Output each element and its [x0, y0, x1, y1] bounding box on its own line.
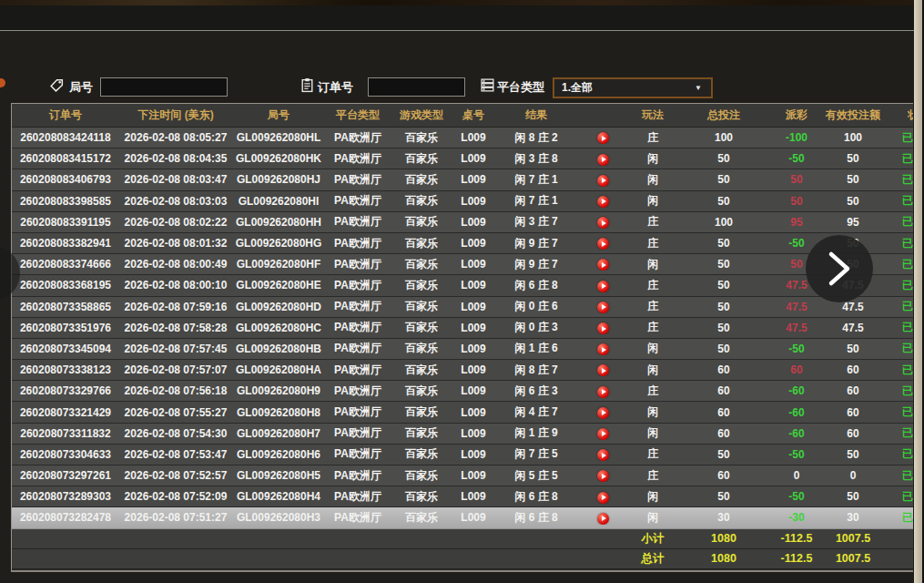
- payout-cell: -60: [769, 406, 824, 419]
- table-cell: L009: [452, 490, 494, 503]
- table-row[interactable]: 2602080733214292026-02-08 07:55:27GL0092…: [12, 402, 913, 423]
- game-cell: 百家乐: [391, 257, 452, 272]
- total-cell: 50: [678, 343, 769, 355]
- payout-cell: -30: [769, 511, 824, 524]
- table-row[interactable]: 2602080833681952026-02-08 08:00:10GL0092…: [12, 275, 913, 296]
- play-video-icon[interactable]: [597, 175, 609, 187]
- table-row[interactable]: 2602080833911952026-02-08 08:02:22GL0092…: [12, 212, 913, 233]
- table-row[interactable]: 2602080834067932026-02-08 08:03:47GL0092…: [12, 169, 913, 190]
- table-row[interactable]: 2602080834241182026-02-08 08:05:27GL0092…: [12, 128, 913, 148]
- table-row[interactable]: 2602080732972612026-02-08 07:52:57GL0092…: [12, 465, 913, 486]
- play-video-icon[interactable]: [597, 196, 609, 208]
- table-cell: L009: [452, 427, 494, 440]
- round-cell: GL009262080HD: [232, 301, 325, 313]
- status-cell: 已派彩: [882, 151, 913, 167]
- play-video-icon[interactable]: [597, 322, 609, 334]
- total-cell: 50: [678, 490, 769, 503]
- order-no-input[interactable]: [368, 77, 465, 97]
- result-cell: 闲 9 庄 7: [494, 236, 578, 251]
- total-cell: 50: [678, 258, 769, 271]
- table-cell: L009: [452, 237, 494, 250]
- subtotal-total: 1080: [678, 532, 769, 545]
- game-cell: 百家乐: [391, 151, 452, 167]
- platform-cell: PA欧洲厅: [325, 214, 391, 230]
- play-video-icon[interactable]: [597, 449, 609, 461]
- table-row[interactable]: 2602080733118322026-02-08 07:54:30GL0092…: [12, 424, 913, 445]
- game-cell: 百家乐: [391, 278, 452, 293]
- platform-type-select[interactable]: 1.全部 ▼: [553, 77, 713, 98]
- valid-cell: 50: [824, 490, 882, 503]
- table-row[interactable]: 2602080833746662026-02-08 08:00:49GL0092…: [12, 254, 913, 275]
- status-cell: 已派彩: [882, 172, 913, 188]
- play-video-icon[interactable]: [597, 259, 609, 271]
- payout-cell: 60: [769, 363, 824, 376]
- status-cell: 已派彩: [882, 489, 913, 505]
- table-row[interactable]: 2602080733381232026-02-08 07:57:07GL0092…: [12, 360, 913, 381]
- column-header-platform: 平台类型: [325, 107, 391, 123]
- column-header-round: 局号: [232, 107, 325, 123]
- game-cell: 百家乐: [391, 363, 452, 378]
- play-video-icon[interactable]: [597, 154, 609, 166]
- play-video-icon[interactable]: [597, 407, 609, 419]
- grand-total-play: 总计: [627, 551, 678, 567]
- order-no-label: 订单号: [318, 79, 353, 96]
- column-header-total: 总投注: [678, 107, 769, 123]
- total-cell: 50: [678, 279, 769, 292]
- game-cell: 百家乐: [391, 214, 452, 230]
- payout-cell: -60: [769, 427, 824, 440]
- round-cell: GL009262080HF: [232, 258, 325, 271]
- status-cell: 已派彩: [882, 130, 913, 146]
- table-row[interactable]: 2602080733519762026-02-08 07:58:28GL0092…: [12, 318, 913, 339]
- grand-total-valid: 1007.5: [824, 552, 882, 565]
- table-row[interactable]: 2602080733588652026-02-08 07:59:16GL0092…: [12, 297, 913, 318]
- table-row[interactable]: 2602080732824782026-02-08 07:51:27GL0092…: [12, 507, 913, 528]
- table-cell: L009: [452, 406, 494, 419]
- order-cell: 260208083415172: [12, 152, 119, 165]
- play-video-icon[interactable]: [597, 428, 609, 440]
- round-cell: GL009262080H5: [232, 469, 325, 482]
- replay-cell: [578, 237, 627, 251]
- round-cell: GL009262080H3: [232, 511, 325, 524]
- table-row[interactable]: 2602080733297662026-02-08 07:56:18GL0092…: [12, 381, 913, 402]
- table-row[interactable]: 2602080834151722026-02-08 08:04:35GL0092…: [12, 148, 913, 169]
- table-row[interactable]: 2602080732893032026-02-08 07:52:09GL0092…: [12, 486, 913, 507]
- result-cell: 闲 6 庄 8: [494, 278, 578, 293]
- game-cell: 百家乐: [391, 404, 452, 420]
- play-video-icon[interactable]: [597, 238, 609, 250]
- platform-cell: PA欧洲厅: [325, 489, 391, 505]
- order-cell: 260208073282478: [12, 511, 119, 524]
- right-edge-scrollbar[interactable]: [914, 0, 922, 583]
- scroll-right-button[interactable]: [806, 235, 873, 302]
- play-video-icon[interactable]: [597, 217, 609, 229]
- play-video-icon[interactable]: [597, 302, 609, 313]
- table-row[interactable]: 2602080733046332026-02-08 07:53:47GL0092…: [12, 445, 913, 465]
- play-video-icon[interactable]: [597, 386, 609, 398]
- table-row[interactable]: 2602080733450942026-02-08 07:57:45GL0092…: [12, 339, 913, 360]
- result-cell: 闲 3 庄 8: [494, 151, 578, 167]
- order-cell: 260208073345094: [12, 343, 119, 355]
- status-cell: 已派彩: [882, 299, 913, 314]
- round-no-input[interactable]: [100, 77, 228, 97]
- play-video-icon[interactable]: [597, 513, 609, 525]
- platform-cell: PA欧洲厅: [325, 257, 391, 272]
- subtotal-payout: -112.5: [769, 532, 824, 545]
- play-video-icon[interactable]: [597, 470, 609, 482]
- play-video-icon[interactable]: [597, 343, 609, 355]
- play-cell: 闲: [627, 404, 678, 420]
- game-cell: 百家乐: [391, 341, 452, 356]
- time-cell: 2026-02-08 08:03:47: [119, 173, 232, 186]
- order-cell: 260208083398585: [12, 195, 119, 208]
- total-cell: 50: [678, 173, 769, 186]
- status-cell: 已派彩: [882, 320, 913, 335]
- table-row[interactable]: 2602080833985852026-02-08 08:03:03GL0092…: [12, 191, 913, 212]
- valid-cell: 95: [824, 216, 882, 229]
- play-video-icon[interactable]: [597, 364, 609, 376]
- round-cell: GL009262080HE: [232, 279, 325, 292]
- play-video-icon[interactable]: [597, 492, 609, 504]
- table-row[interactable]: 2602080833829412026-02-08 08:01:32GL0092…: [12, 233, 913, 254]
- play-video-icon[interactable]: [597, 281, 609, 292]
- replay-cell: [578, 152, 627, 166]
- payout-cell: 50: [769, 173, 824, 186]
- result-cell: 闲 5 庄 5: [494, 468, 578, 484]
- play-video-icon[interactable]: [597, 132, 609, 144]
